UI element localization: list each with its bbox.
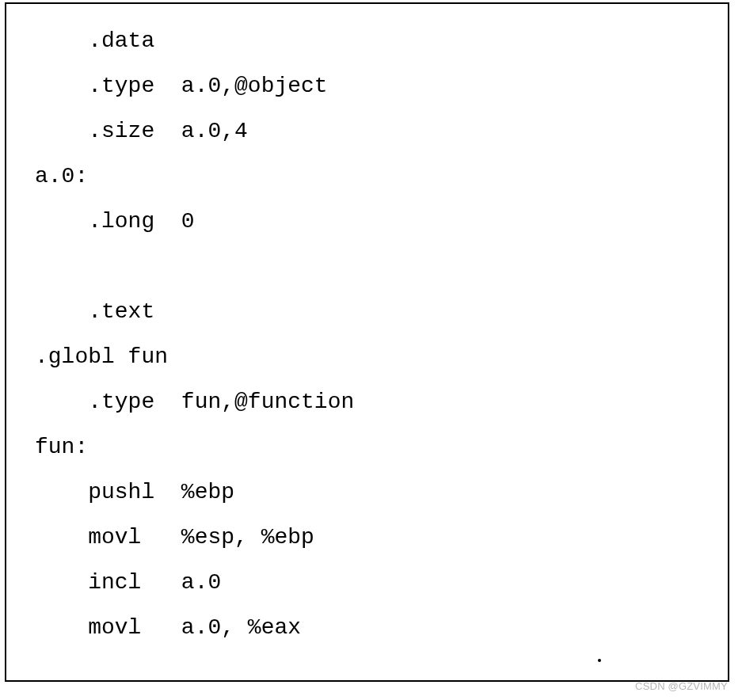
- code-line: pushl %ebp: [35, 470, 728, 515]
- code-line: .data: [35, 18, 728, 63]
- code-line: .globl fun: [35, 334, 728, 379]
- code-line: fun:: [35, 424, 728, 470]
- code-line: .type fun,@function: [35, 379, 728, 424]
- code-box: .data .type a.0,@object .size a.0,4 a.0:…: [5, 2, 729, 682]
- code-line: a.0:: [35, 154, 728, 199]
- code-line: .size a.0,4: [35, 108, 728, 154]
- watermark-text: CSDN @GZVIMMY: [635, 680, 728, 692]
- code-line: .long 0: [35, 199, 728, 244]
- code-line: incl a.0: [35, 560, 728, 605]
- code-line: movl %esp, %ebp: [35, 515, 728, 560]
- code-line: .text: [35, 289, 728, 334]
- code-line: movl a.0, %eax: [35, 605, 728, 650]
- blank-line: [35, 244, 728, 289]
- code-line: .type a.0,@object: [35, 63, 728, 108]
- stray-dot-icon: [598, 659, 601, 662]
